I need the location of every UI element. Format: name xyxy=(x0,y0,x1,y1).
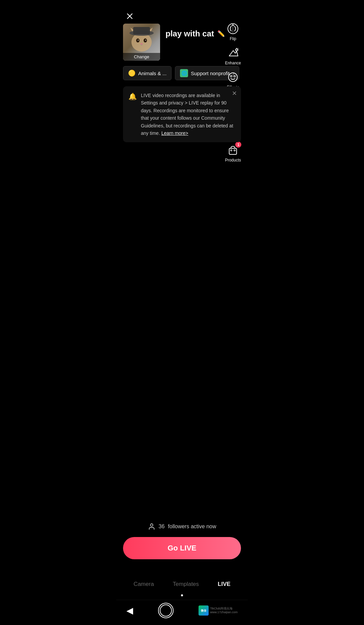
flip-label: Flip xyxy=(230,36,236,41)
notice-close-button[interactable]: ✕ xyxy=(232,90,237,97)
category-tag-button[interactable]: 🟡 Animals & ... xyxy=(123,66,172,80)
thumbnail-container[interactable]: Change xyxy=(123,24,160,61)
tab-camera[interactable]: Camera xyxy=(131,579,156,589)
followers-count: 36 xyxy=(159,524,165,530)
enhance-label: Enhance xyxy=(225,61,241,65)
svg-point-10 xyxy=(234,76,236,77)
notice-text: LIVE video recordings are available in S… xyxy=(141,92,236,137)
category-icon: 🟡 xyxy=(128,69,135,77)
sidebar-item-products[interactable]: 1 Products xyxy=(222,142,244,165)
flip-icon xyxy=(226,22,239,35)
tab-templates[interactable]: Templates xyxy=(170,579,202,589)
home-button[interactable] xyxy=(158,603,174,618)
change-label: Change xyxy=(123,53,160,61)
svg-point-27 xyxy=(138,40,139,41)
category-tag-label: Animals & ... xyxy=(138,70,166,76)
close-button[interactable] xyxy=(123,9,136,23)
sidebar-item-enhance[interactable]: Enhance xyxy=(222,44,244,67)
svg-point-9 xyxy=(231,76,232,77)
watermark-text: TikClub跨境出海www.17zhaijian.com xyxy=(210,607,238,614)
go-live-button[interactable]: Go LIVE xyxy=(123,537,241,559)
svg-point-19 xyxy=(231,150,232,151)
svg-point-8 xyxy=(229,73,237,82)
watermark: 微信 TikClub跨境出海www.17zhaijian.com xyxy=(199,605,238,616)
tab-indicator xyxy=(116,594,248,596)
notice-learn-more[interactable]: Learn more> xyxy=(161,130,188,136)
svg-point-4 xyxy=(236,49,238,51)
bottom-tabs: Camera Templates LIVE xyxy=(116,566,248,594)
svg-rect-18 xyxy=(229,148,237,154)
enhance-icon xyxy=(226,47,239,59)
svg-rect-31 xyxy=(133,27,150,34)
bell-icon: 🔔 xyxy=(128,92,137,137)
globe-icon: 🌐 xyxy=(180,69,188,77)
screen: Flip Enhance xyxy=(116,0,248,625)
products-icon-wrap: 1 xyxy=(226,144,239,156)
products-badge: 1 xyxy=(235,142,241,148)
title-area: play with cat ✏️ xyxy=(165,29,225,38)
svg-point-32 xyxy=(150,524,153,526)
effects-icon xyxy=(226,71,239,84)
svg-point-29 xyxy=(141,43,143,44)
svg-point-28 xyxy=(145,40,146,41)
watermark-logo: 微信 xyxy=(199,605,209,616)
svg-line-6 xyxy=(238,48,238,49)
followers-person-icon xyxy=(148,523,155,530)
bottom-nav: ◀ 微信 TikClub跨境出海www.17zhaijian.com xyxy=(116,600,248,625)
stream-title: play with cat xyxy=(165,29,214,38)
svg-point-20 xyxy=(234,150,235,151)
home-circle-inner xyxy=(160,604,172,617)
followers-label: followers active now xyxy=(168,524,216,530)
spacer xyxy=(116,142,248,509)
sidebar-item-flip[interactable]: Flip xyxy=(223,20,243,43)
products-label: Products xyxy=(225,158,241,162)
tab-live[interactable]: LIVE xyxy=(215,579,233,589)
notice-box: 🔔 LIVE video recordings are available in… xyxy=(123,86,241,142)
back-button[interactable]: ◀ xyxy=(126,605,133,616)
followers-row: 36 followers active now xyxy=(116,509,248,530)
indicator-dot xyxy=(181,594,183,596)
